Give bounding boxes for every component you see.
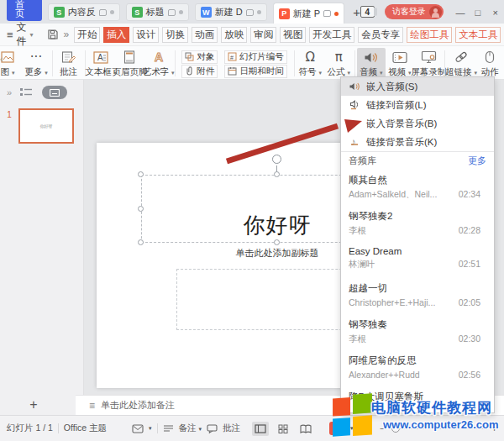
audio-track[interactable]: 阿维尼翁的反思 Alexander++Rudd02:56 <box>341 350 494 386</box>
doc-tab-word[interactable]: W 新建 D <box>195 3 267 21</box>
menu-tab-home[interactable]: 开始 <box>74 27 100 43</box>
close-button[interactable]: × <box>486 8 504 18</box>
notes-toggle[interactable]: 备注 ▾ <box>179 423 202 434</box>
menu-item-embed-background-music[interactable]: ♪ 嵌入背景音乐(B) <box>341 114 494 133</box>
output-icon[interactable] <box>132 424 144 433</box>
reading-view-button[interactable] <box>297 422 314 436</box>
menu-tab-text-tools[interactable]: 文本工具 <box>455 27 501 43</box>
audio-track[interactable]: 钢琴独奏 李根02:30 <box>341 314 494 350</box>
home-tab-button[interactable]: 首页 <box>7 0 42 21</box>
menu-item-link-audio[interactable]: 链接到音频(L) <box>341 96 494 114</box>
menu-item-link-background-music[interactable]: ♪ 链接背景音乐(K) <box>341 133 494 151</box>
symbol-button[interactable]: Ω 符号 ▾ <box>296 48 324 79</box>
resize-handle[interactable] <box>274 171 280 177</box>
menu-tab-insert-active[interactable]: 插入 <box>103 27 129 43</box>
slide-sorter-view-button[interactable] <box>275 422 291 436</box>
video-button[interactable]: 视频 ▾ <box>386 48 414 79</box>
hyperlink-button[interactable]: 超链接 ▾ <box>447 48 475 79</box>
attachment-button[interactable]: 附件 <box>181 65 218 78</box>
site-logo <box>331 393 373 440</box>
menu-tab-developer[interactable]: 开发工具 <box>309 27 354 43</box>
audio-track[interactable]: 顺其自然 Adam+Salkeld、Neil...02:34 <box>341 170 494 206</box>
audio-dropdown-menu: 嵌入音频(S) 链接到音频(L) ♪ 嵌入背景音乐(B) ♪ 链接背景音乐(K)… <box>340 76 495 413</box>
paperclip-icon <box>185 66 194 76</box>
textbox-button[interactable]: A 文本框 ▾ <box>87 48 115 79</box>
theme-name[interactable]: Office 主题 <box>64 423 107 434</box>
collapse-panel-icon[interactable]: ‹ <box>0 55 3 64</box>
screen-record-button[interactable]: 屏幕录制 <box>414 48 444 79</box>
wordart-button[interactable]: A 艺术字 ▾ <box>144 48 173 79</box>
window-titlebar: 首页 S 内容反 S 标题 W 新建 D P 新建 P + 4 <box>0 0 504 24</box>
doc-tab-content[interactable]: S 内容反 <box>48 3 120 21</box>
expand-panel-icon[interactable]: » <box>7 87 12 97</box>
menu-tabs: 开始 插入 设计 切换 动画 放映 审阅 视图 开发工具 会员专享 绘图工具 文… <box>74 27 501 43</box>
normal-view-button[interactable] <box>252 422 269 436</box>
audio-track[interactable]: 超越一切 Christopher+E.+Haji...02:05 <box>341 278 494 314</box>
datetime-button[interactable]: 日期和时间 <box>224 65 287 78</box>
menu-tab-transition[interactable]: 切换 <box>162 27 188 43</box>
menu-tab-animation[interactable]: 动画 <box>192 27 218 43</box>
doc-tab-label: 标题 <box>146 6 165 18</box>
tab-status-dot[interactable] <box>179 10 183 14</box>
speaker-link-icon <box>348 100 360 110</box>
resize-handle[interactable] <box>274 239 280 245</box>
comment-toggle[interactable]: 批注 <box>223 423 240 434</box>
more-insert-button[interactable]: ··· 更多 ▾ <box>22 48 50 79</box>
guest-login-button[interactable]: 访客登录 <box>385 4 444 19</box>
audio-track[interactable]: Easy Dream 林澜叶02:51 <box>341 242 494 278</box>
formula-button[interactable]: π 公式 ▾ <box>324 48 353 79</box>
music-note-icon: ♪ <box>348 118 360 130</box>
save-icon[interactable] <box>47 29 59 40</box>
outline-view-icon[interactable] <box>20 87 32 97</box>
resize-handle[interactable] <box>138 171 144 177</box>
tab-status-dot[interactable] <box>110 10 114 14</box>
doc-tab-label: 新建 P <box>293 8 320 20</box>
doc-count-badge[interactable]: 4 <box>360 6 375 18</box>
chevron-down-icon[interactable]: ▾ <box>149 425 152 432</box>
quickbar-expand-icon[interactable]: » <box>64 29 70 40</box>
thumbnail-view-toggle[interactable] <box>42 86 67 99</box>
action-button[interactable]: 动作 <box>475 48 504 79</box>
object-button[interactable]: 对象 <box>181 50 218 64</box>
menu-tab-view[interactable]: 视图 <box>280 27 306 43</box>
menu-tab-review[interactable]: 审阅 <box>250 27 276 43</box>
notes-placeholder: 单击此处添加备注 <box>101 399 175 412</box>
tab-status-dot[interactable] <box>257 10 261 14</box>
spreadsheet-file-icon: S <box>54 7 65 18</box>
resize-handle[interactable] <box>138 239 144 245</box>
menu-tab-slideshow[interactable]: 放映 <box>221 27 247 43</box>
slide-title-text[interactable]: 你好呀 <box>244 211 312 240</box>
maximize-button[interactable]: □ <box>469 8 486 18</box>
comment-toggle-icon[interactable] <box>207 424 218 433</box>
comment-note-icon <box>61 50 76 65</box>
add-slide-button[interactable]: + <box>29 397 37 412</box>
chevron-down-icon: ▾ <box>12 70 15 76</box>
menu-item-embed-audio[interactable]: 嵌入音频(S) <box>341 77 494 96</box>
slide-number-button[interactable]: # 幻灯片编号 <box>224 50 287 64</box>
new-tab-button[interactable]: + <box>353 5 360 19</box>
audio-library-more-link[interactable]: 更多 <box>468 155 486 167</box>
audio-button-active[interactable]: 音频 ▾ <box>357 48 386 79</box>
watermark-url: www.computer26.com <box>383 418 499 431</box>
presentation-file-icon: P <box>279 8 290 19</box>
tab-unsaved-dot <box>334 12 339 16</box>
doc-tab-presentation-active[interactable]: P 新建 P <box>273 3 344 24</box>
comment-balloon-icon <box>246 9 254 16</box>
rotation-handle[interactable] <box>272 155 281 164</box>
resize-handle[interactable] <box>138 206 144 212</box>
comment-button[interactable]: 批注 <box>55 48 83 79</box>
slide-thumbnail-selected[interactable]: 你好呀 <box>18 108 74 144</box>
header-footer-button[interactable]: 页眉页脚 <box>115 48 144 79</box>
slide-thumbnail-1[interactable]: 1 你好呀 <box>0 108 83 144</box>
menu-tab-design[interactable]: 设计 <box>133 27 159 43</box>
menu-tab-draw-tools[interactable]: 绘图工具 <box>407 27 452 43</box>
notes-toggle-icon[interactable] <box>163 424 174 433</box>
doc-tab-title[interactable]: S 标题 <box>126 3 189 21</box>
picture-button[interactable]: 图 ▾ <box>0 48 22 79</box>
audio-track[interactable]: 钢琴独奏2 李根02:28 <box>341 206 494 242</box>
file-menu[interactable]: ≡ 文件 ▾ <box>7 20 34 49</box>
watermark-site-name: 电脑软硬件教程网 <box>371 398 492 417</box>
menu-tab-member[interactable]: 会员专享 <box>358 27 403 43</box>
notes-lines-icon: ≡ <box>89 400 95 412</box>
minimize-button[interactable]: — <box>452 8 470 18</box>
